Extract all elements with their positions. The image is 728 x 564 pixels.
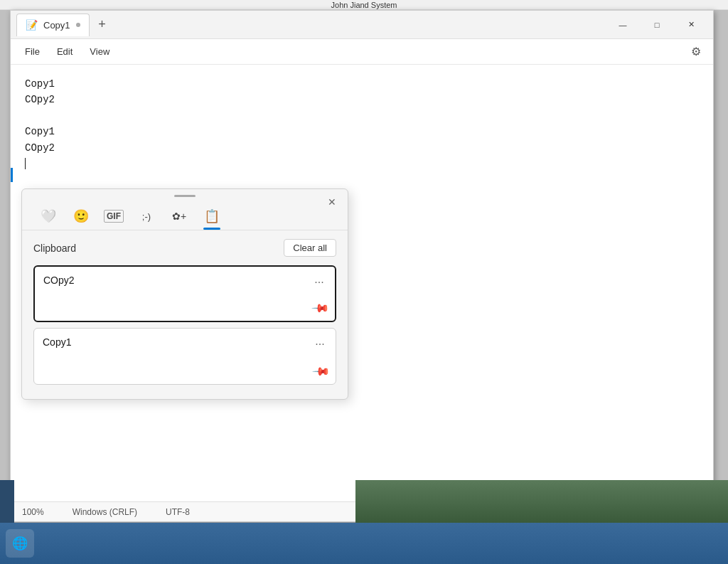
clipboard-item-2-pin[interactable]: 📌: [311, 362, 331, 382]
window-controls: — □ ✕: [606, 14, 707, 36]
panel-tabs: 🤍 🙂 GIF ;-) ✿+ 📋: [22, 200, 348, 230]
menu-file[interactable]: File: [16, 43, 48, 60]
menu-bar: File Edit View ⚙: [11, 39, 713, 65]
editor-line-6: [25, 156, 699, 171]
clipboard-item-1-pin[interactable]: 📌: [311, 299, 331, 319]
clipboard-item-2[interactable]: Copy1 ··· 📌: [33, 328, 336, 385]
editor-line-1: Copy1: [25, 76, 699, 92]
clipboard-panel: ✕ 🤍 🙂 GIF ;-) ✿+ 📋 Clipboard Clear all C…: [21, 188, 348, 400]
notepad-icon: 📝: [26, 19, 38, 31]
clipboard-item-1-text: COpy2: [43, 275, 75, 286]
emoji-icon: 🙂: [73, 208, 89, 224]
taskbar: 🌐: [0, 523, 728, 564]
clipboard-icon: 📋: [204, 208, 220, 224]
minimize-button[interactable]: —: [606, 14, 639, 36]
clipboard-item-1[interactable]: COpy2 ··· 📌: [33, 265, 336, 322]
stickers-icon: 🤍: [41, 208, 56, 224]
menu-view[interactable]: View: [81, 43, 118, 60]
menu-bar-right: ⚙: [685, 41, 707, 63]
clipboard-header: Clipboard Clear all: [33, 239, 336, 257]
clipboard-item-1-more[interactable]: ···: [311, 274, 328, 291]
settings-button[interactable]: ⚙: [685, 41, 707, 63]
taskbar-app[interactable]: 🌐: [6, 529, 34, 558]
gif-icon: GIF: [104, 210, 124, 223]
stickers-tab[interactable]: 🤍: [33, 203, 63, 230]
symbols-tab[interactable]: ✿+: [164, 203, 194, 230]
maximize-button[interactable]: □: [641, 14, 673, 36]
editor-line-4: Copy1: [25, 124, 699, 139]
new-tab-button[interactable]: +: [92, 15, 112, 35]
drag-handle-icon: [174, 195, 196, 197]
tab-title: Copy1: [43, 20, 70, 31]
title-bar-left: 📝 Copy1 +: [16, 14, 606, 36]
clear-all-button[interactable]: Clear all: [284, 239, 336, 257]
close-button[interactable]: ✕: [675, 14, 707, 36]
notepad-tab[interactable]: 📝 Copy1: [16, 14, 90, 36]
clipboard-item-2-text: Copy1: [43, 336, 71, 348]
editor-line-5: COpy2: [25, 140, 699, 156]
kaomoji-icon: ;-): [142, 211, 151, 222]
emoji-tab[interactable]: 🙂: [66, 203, 96, 230]
zoom-level: 100%: [22, 507, 44, 517]
clipboard-section: Clipboard Clear all COpy2 ··· 📌 Copy1 ··…: [22, 230, 348, 399]
panel-drag-handle[interactable]: [22, 189, 348, 200]
editor-line-2: COpy2: [25, 92, 699, 107]
selection-border: [11, 168, 13, 182]
tab-unsaved-dot: [76, 23, 80, 27]
line-ending: Windows (CRLF): [73, 507, 137, 517]
encoding: UTF-8: [166, 507, 190, 517]
editor-line-3: [25, 108, 699, 124]
bottom-landscape: [355, 480, 728, 523]
settings-icon: ⚙: [691, 45, 701, 58]
clipboard-label: Clipboard: [33, 243, 76, 254]
clipboard-tab[interactable]: 📋: [197, 203, 227, 230]
top-bar: John Jiand System: [0, 0, 728, 10]
kaomoji-tab[interactable]: ;-): [132, 203, 161, 230]
menu-edit[interactable]: Edit: [48, 43, 81, 60]
title-bar: 📝 Copy1 + — □ ✕: [11, 11, 713, 39]
gif-tab[interactable]: GIF: [99, 203, 129, 230]
bottom-left-bg: [0, 480, 14, 523]
top-bar-title: John Jiand System: [331, 1, 397, 9]
clipboard-item-2-more[interactable]: ···: [311, 336, 328, 353]
panel-close-button[interactable]: ✕: [323, 193, 341, 211]
text-cursor: [25, 158, 26, 169]
taskbar-icon: 🌐: [12, 536, 28, 551]
symbols-icon: ✿+: [172, 211, 186, 222]
